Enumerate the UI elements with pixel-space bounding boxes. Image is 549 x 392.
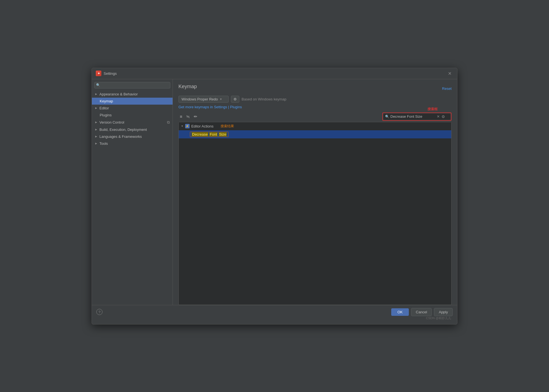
keymap-dropdown-value: Windows Proper Redo (182, 97, 218, 101)
search-field-icon: 🔍 (385, 115, 389, 119)
arrow-icon: ▶ (95, 128, 97, 131)
title-bar: ✦ Settings ✕ (92, 68, 457, 79)
search-input[interactable] (390, 114, 435, 119)
sidebar-item-version-control[interactable]: ▶ Version Control ⧉ (92, 119, 173, 126)
highlight-decrease: Decrease (192, 132, 208, 136)
ok-button[interactable]: OK (391, 308, 409, 316)
arrow-icon: ▶ (95, 121, 97, 124)
dropdown-arrow-icon: ▼ (219, 98, 222, 101)
highlight-size: Size (219, 132, 227, 136)
keymap-header: Keymap Reset (178, 84, 452, 93)
title-bar-left: ✦ Settings (96, 71, 117, 76)
result-annotation-label: 搜索结果 (221, 124, 234, 129)
sidebar-item-label: Languages & Frameworks (99, 134, 142, 139)
toolbar-row: ≡ ≒ ✏ 搜索框 🔍 ✕ ⚙ (178, 112, 452, 121)
sidebar-item-languages[interactable]: ▶ Languages & Frameworks (92, 133, 173, 140)
sidebar-item-label: Keymap (100, 99, 113, 103)
expand-all-button[interactable]: ≡ (178, 113, 184, 120)
cancel-button[interactable]: Cancel (411, 308, 432, 316)
plugins-link[interactable]: Get more keymaps in Settings | Plugins (178, 105, 452, 109)
search-settings-button[interactable]: ⚙ (441, 114, 445, 119)
sidebar-search-box[interactable]: 🔍 (94, 82, 170, 88)
plugins-link-text[interactable]: Get more keymaps in Settings | Plugins (178, 105, 242, 109)
close-button[interactable]: ✕ (446, 70, 453, 77)
sidebar-item-label: Appearance & Behavior (99, 92, 138, 96)
collapse-all-button[interactable]: ≒ (185, 113, 191, 120)
section-collapse-arrow[interactable]: ▼ (181, 125, 183, 128)
app-icon: ✦ (96, 71, 101, 76)
sidebar-item-label: Editor (99, 106, 109, 110)
search-field[interactable]: 🔍 ✕ ⚙ (383, 114, 450, 120)
keymap-title: Keymap (178, 84, 197, 90)
sidebar-item-build[interactable]: ▶ Build, Execution, Deployment (92, 126, 173, 133)
search-annotation-label: 搜索框 (428, 107, 438, 112)
result-item: Decrease Font Size (190, 132, 228, 137)
watermark: CSDN @精炒儿儿 (88, 316, 453, 321)
highlight-font: Font (209, 132, 218, 136)
arrow-icon: ▶ (95, 107, 97, 109)
apply-button[interactable]: Apply (434, 308, 453, 316)
sidebar-item-appearance[interactable]: ▶ Appearance & Behavior (92, 91, 173, 98)
sidebar-item-label: Tools (99, 141, 108, 146)
sidebar-item-label: Plugins (100, 113, 112, 117)
sidebar-item-editor[interactable]: ▶ Editor (92, 105, 173, 112)
arrow-icon: ▶ (95, 93, 97, 95)
bottom-bar-left: ? (96, 309, 102, 315)
table-area: ▼ ⚡ Editor Actions 搜索结果 Decrease Font Si… (178, 122, 452, 305)
sidebar-item-label: Version Control (99, 120, 124, 124)
arrow-icon: ▶ (95, 135, 97, 138)
gear-button[interactable]: ⚙ (231, 96, 239, 103)
arrow-icon: ▶ (95, 142, 97, 145)
clear-search-button[interactable]: ✕ (436, 114, 440, 119)
section-header: ▼ ⚡ Editor Actions 搜索结果 (179, 122, 451, 130)
toolbar-left: ≡ ≒ ✏ (178, 113, 199, 120)
section-name: Editor Actions (191, 124, 214, 128)
sidebar-item-tools[interactable]: ▶ Tools (92, 140, 173, 147)
sidebar-search-input[interactable] (101, 83, 168, 87)
window-title: Settings (104, 71, 117, 76)
search-area: 搜索框 🔍 ✕ ⚙ (382, 112, 452, 121)
keymap-dropdown[interactable]: Windows Proper Redo ▼ (178, 96, 229, 103)
copy-icon: ⧉ (167, 120, 170, 125)
search-box-container: 🔍 ✕ ⚙ (382, 112, 452, 121)
table-row[interactable]: Decrease Font Size (179, 130, 451, 138)
based-on-text: Based on Windows keymap (242, 97, 286, 101)
section-icon: ⚡ (185, 124, 190, 128)
settings-dialog: ✦ Settings ✕ 🔍 ▶ Appearance & Behavior K… (92, 68, 457, 324)
main-content: Keymap Reset Windows Proper Redo ▼ ⚙ Bas… (173, 79, 457, 305)
sidebar-item-keymap[interactable]: Keymap (92, 98, 173, 105)
reset-button[interactable]: Reset (442, 86, 452, 91)
edit-shortcut-button[interactable]: ✏ (192, 113, 199, 120)
dialog-body: 🔍 ▶ Appearance & Behavior Keymap ▶ Edito… (92, 79, 457, 305)
help-button[interactable]: ? (96, 309, 102, 315)
bottom-bar-right: OK Cancel Apply (391, 308, 453, 316)
keymap-selector-row: Windows Proper Redo ▼ ⚙ Based on Windows… (178, 96, 452, 103)
sidebar-search-icon: 🔍 (96, 83, 100, 87)
sidebar-item-label: Build, Execution, Deployment (99, 128, 147, 132)
sidebar-item-plugins[interactable]: Plugins (92, 112, 173, 119)
sidebar: 🔍 ▶ Appearance & Behavior Keymap ▶ Edito… (92, 79, 173, 305)
